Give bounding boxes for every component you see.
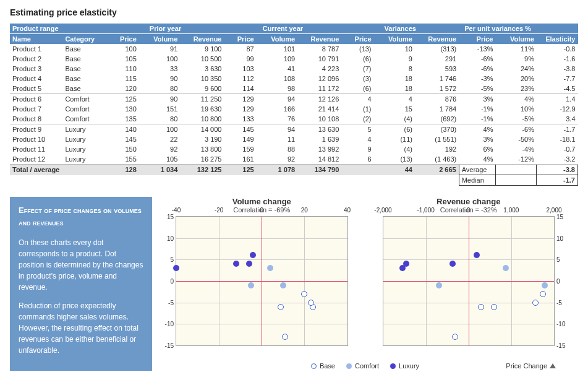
cell: Product 12 <box>10 154 62 165</box>
cell: 114 <box>224 84 256 94</box>
cell: 23% <box>496 84 537 94</box>
cell: 5 <box>341 124 373 135</box>
table-row: Product 2Base10510010 5009910910 791(6)9… <box>10 54 578 64</box>
cell: (6) <box>374 124 415 135</box>
col-name: Name <box>10 34 62 45</box>
cell: -0.7 <box>537 144 578 154</box>
cell: 125 <box>107 94 139 105</box>
cell: Product 3 <box>10 64 62 74</box>
cell: 1 572 <box>415 84 459 94</box>
info-panel: Effect of price changes on volumes and r… <box>10 197 152 371</box>
cell: -12% <box>496 154 537 165</box>
data-point <box>246 261 252 267</box>
cell: 9% <box>496 54 537 64</box>
cell: -3.8 <box>537 64 578 74</box>
cell: 192 <box>415 144 459 154</box>
cell: -5% <box>496 114 537 124</box>
cell: Luxury <box>62 134 106 144</box>
cell: (6) <box>341 84 373 94</box>
legend-luxury: Luxury <box>390 362 419 370</box>
cell: Luxury <box>62 124 106 135</box>
cell: 149 <box>224 134 256 144</box>
data-point <box>301 291 307 297</box>
cell: 105 <box>107 54 139 64</box>
cell: 4 <box>341 134 373 144</box>
cell: (11) <box>374 134 415 144</box>
cell: 112 <box>224 74 256 84</box>
table-row: Product 5Base120809 6001149811 172(6)181… <box>10 84 578 94</box>
table-row: Product 12Luxury15510516 2751619214 8126… <box>10 154 578 165</box>
cell: 140 <box>107 124 139 135</box>
price-change-label: Price Change <box>506 362 556 370</box>
col-dv: Volume <box>374 34 415 45</box>
cell: 94 <box>257 94 297 105</box>
panel-p1: On these charts every dot corresponds to… <box>19 237 143 293</box>
table-row: Product 10Luxury145223 190149111 6394(11… <box>10 134 578 144</box>
legend-base-label: Base <box>320 362 335 370</box>
cell: 4 223 <box>297 64 341 74</box>
cell: Product 11 <box>10 144 62 154</box>
cell: Comfort <box>62 114 106 124</box>
cell: 18 <box>374 84 415 94</box>
data-point <box>280 282 286 288</box>
cell: 1 746 <box>415 74 459 84</box>
table-row: Product 4Base1159010 35011210812 096(3)1… <box>10 74 578 84</box>
cell: -5% <box>459 84 495 94</box>
cell: 10 791 <box>297 54 341 64</box>
legend-comfort-label: Comfort <box>355 362 379 370</box>
cell: 99 <box>224 54 256 64</box>
cell: 18 <box>374 74 415 84</box>
median-row: Median-1.7 <box>10 175 578 186</box>
cell: 11 172 <box>297 84 341 94</box>
col-category: Category <box>62 34 106 45</box>
cell: 3 190 <box>180 134 224 144</box>
cell: 10 108 <box>297 114 341 124</box>
cell: Base <box>62 84 106 94</box>
cell: 15 <box>374 104 415 114</box>
data-point <box>436 282 442 288</box>
cell: -4% <box>496 144 537 154</box>
hdr-blank <box>537 24 578 34</box>
data-point <box>248 282 254 288</box>
cell: Luxury <box>62 144 106 154</box>
cell: 13 800 <box>180 144 224 154</box>
cell: Product 6 <box>10 94 62 105</box>
total-row: Total / average1281 034132 1251251 07813… <box>10 165 578 175</box>
cell: 129 <box>224 104 256 114</box>
cell: 1 784 <box>415 104 459 114</box>
col-r1: Revenue <box>297 34 341 45</box>
cell: -3% <box>459 74 495 84</box>
cell: 12 096 <box>297 74 341 84</box>
col-p1: Price <box>224 34 256 45</box>
col-pp: Price <box>459 34 495 45</box>
cell: -4.5 <box>537 84 578 94</box>
cell: 151 <box>139 104 180 114</box>
cell: 12 126 <box>297 94 341 105</box>
cell: 8 787 <box>297 44 341 54</box>
cell: 21 414 <box>297 104 341 114</box>
cell: 9 100 <box>180 44 224 54</box>
cell: (1) <box>341 104 373 114</box>
cell: 100 <box>107 44 139 54</box>
cell: Product 1 <box>10 44 62 54</box>
cell: 90 <box>139 74 180 84</box>
cell: 91 <box>139 44 180 54</box>
cell: 19 630 <box>180 104 224 114</box>
cell: 108 <box>257 74 297 84</box>
cell: (370) <box>415 124 459 135</box>
cell: 41 <box>257 64 297 74</box>
cell: 3% <box>459 134 495 144</box>
cell: 11 <box>257 134 297 144</box>
cell: 4% <box>459 124 495 135</box>
cell: 4% <box>496 94 537 105</box>
table-row: Product 3Base110333 630103414 223(7)8593… <box>10 64 578 74</box>
col-dr: Revenue <box>415 34 459 45</box>
cell: 80 <box>139 84 180 94</box>
cell: 14 000 <box>180 124 224 135</box>
cell: 129 <box>224 94 256 105</box>
cell: -18.1 <box>537 134 578 144</box>
hdr-product: Product range <box>10 24 107 34</box>
cell: 876 <box>415 94 459 105</box>
cell: Comfort <box>62 104 106 114</box>
cell: Product 7 <box>10 104 62 114</box>
